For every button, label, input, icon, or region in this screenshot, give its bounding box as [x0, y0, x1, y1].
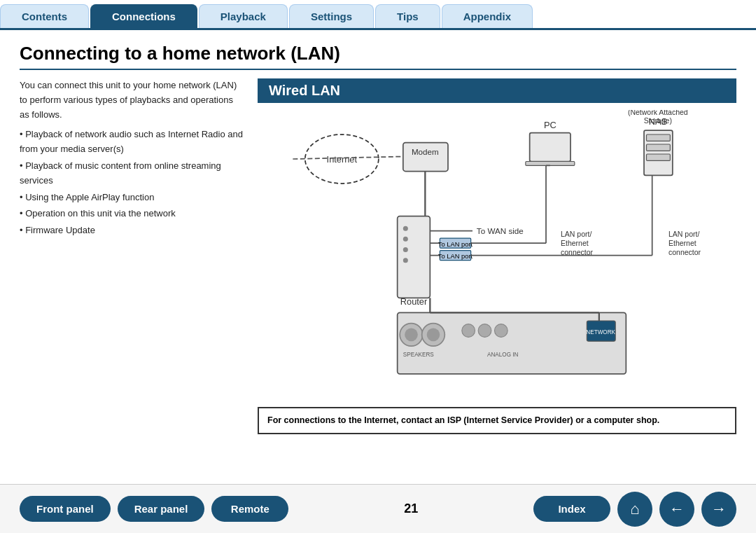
svg-text:SPEAKERS: SPEAKERS — [403, 352, 435, 358]
home-icon: ⌂ — [630, 500, 639, 518]
svg-text:Router: Router — [400, 296, 428, 307]
svg-rect-15 — [398, 216, 430, 298]
svg-point-19 — [403, 258, 408, 263]
svg-text:Modem: Modem — [412, 147, 439, 156]
tab-connections[interactable]: Connections — [90, 4, 197, 28]
front-panel-button[interactable]: Front panel — [20, 496, 111, 522]
svg-text:To LAN port: To LAN port — [438, 241, 473, 248]
svg-text:LAN port/: LAN port/ — [668, 230, 699, 238]
svg-point-18 — [403, 247, 408, 252]
svg-rect-10 — [647, 144, 671, 151]
rear-panel-button[interactable]: Rear panel — [118, 496, 205, 522]
network-diagram: Internet Modem PC NAS (Network Attach — [258, 110, 736, 404]
svg-point-16 — [403, 226, 408, 231]
svg-text:Storage): Storage) — [644, 116, 672, 125]
svg-rect-11 — [647, 154, 671, 160]
forward-icon: → — [711, 500, 727, 518]
bottom-bar: Front panel Rear panel Remote 21 Index ⌂… — [0, 484, 756, 533]
home-button[interactable]: ⌂ — [617, 492, 652, 527]
svg-text:To LAN port: To LAN port — [438, 253, 473, 260]
svg-rect-6 — [526, 162, 575, 166]
tab-playback[interactable]: Playback — [199, 4, 288, 28]
svg-point-46 — [462, 324, 475, 338]
bullet-2: Playback of music content from online st… — [20, 159, 244, 188]
svg-rect-5 — [530, 133, 570, 162]
svg-text:(Network Attached: (Network Attached — [628, 110, 688, 116]
tab-appendix[interactable]: Appendix — [442, 4, 533, 28]
bullet-5: Firmware Update — [20, 223, 244, 238]
tab-tips[interactable]: Tips — [375, 4, 440, 28]
back-icon: ← — [669, 500, 685, 518]
forward-button[interactable]: → — [701, 492, 736, 527]
svg-text:Ethernet: Ethernet — [668, 239, 696, 247]
bullet-4: Operation on this unit via the network — [20, 207, 244, 221]
svg-text:NETWORK: NETWORK — [586, 329, 615, 335]
page-title: Connecting to a home network (LAN) — [20, 43, 736, 70]
svg-point-48 — [495, 324, 508, 338]
svg-text:PC: PC — [544, 120, 556, 130]
page-number: 21 — [295, 501, 526, 516]
top-navigation: Contents Connections Playback Settings T… — [0, 0, 756, 30]
svg-point-45 — [427, 328, 440, 342]
svg-text:LAN port/: LAN port/ — [561, 230, 592, 238]
svg-point-17 — [403, 237, 408, 242]
svg-text:connector: connector — [561, 248, 594, 256]
svg-text:Internet: Internet — [327, 154, 358, 165]
back-button[interactable]: ← — [659, 492, 694, 527]
index-button[interactable]: Index — [533, 496, 610, 522]
svg-text:Ethernet: Ethernet — [561, 239, 589, 247]
tab-settings[interactable]: Settings — [289, 4, 374, 28]
svg-point-47 — [478, 324, 491, 338]
tab-contents[interactable]: Contents — [0, 4, 89, 28]
svg-point-43 — [405, 328, 418, 342]
feature-list: Playback of network audio such as Intern… — [20, 127, 244, 238]
svg-rect-9 — [647, 134, 671, 141]
bullet-3: Using the Apple AirPlay function — [20, 191, 244, 205]
diagram-svg: Internet Modem PC NAS (Network Attach — [258, 110, 736, 404]
wired-lan-header: Wired LAN — [258, 78, 736, 103]
main-content: Connecting to a home network (LAN) You c… — [0, 30, 756, 479]
content-area: You can connect this unit to your home n… — [20, 78, 736, 472]
svg-text:To WAN side: To WAN side — [477, 226, 524, 235]
svg-text:connector: connector — [668, 248, 701, 256]
right-panel: Wired LAN Internet Modem PC — [258, 78, 736, 472]
bullet-1: Playback of network audio such as Intern… — [20, 127, 244, 157]
intro-text: You can connect this unit to your home n… — [20, 78, 244, 122]
svg-text:ANALOG IN: ANALOG IN — [487, 352, 519, 358]
isp-note: For connections to the Internet, contact… — [258, 407, 736, 434]
left-panel: You can connect this unit to your home n… — [20, 78, 244, 472]
remote-button[interactable]: Remote — [211, 496, 288, 522]
